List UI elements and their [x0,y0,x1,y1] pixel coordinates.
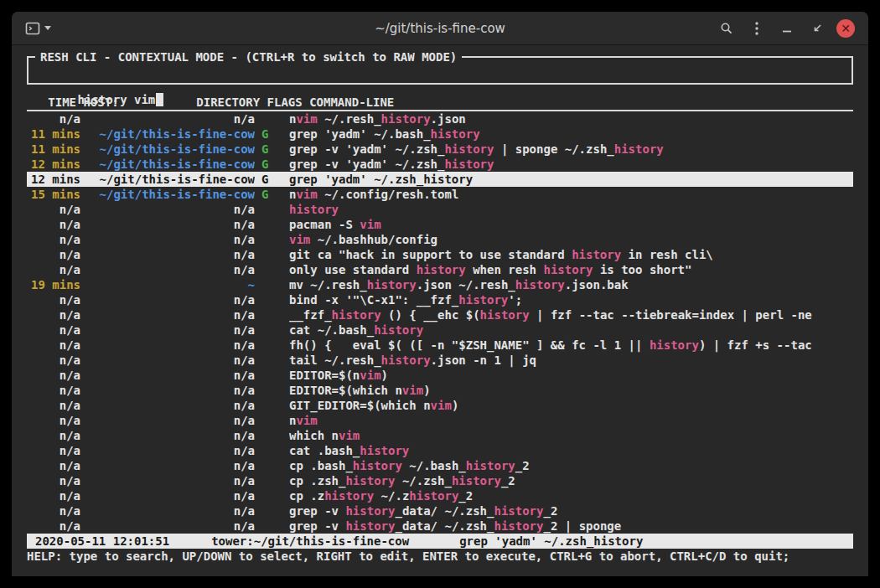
flags-cell [261,443,282,458]
history-row[interactable]: 12 mins~/git/this-is-fine-cowGgrep -v 'y… [27,157,853,172]
command-text: _2 [543,504,557,518]
history-row[interactable]: n/an/anvim [27,413,853,428]
flags-cell: G [261,142,282,157]
history-row[interactable]: 12 mins~/git/this-is-fine-cowGgrep 'yadm… [27,172,853,187]
history-row[interactable]: n/an/aEDITOR=$(nvim) [27,368,853,383]
history-row[interactable]: n/an/agrep -v history_data/ ~/.zsh_histo… [27,503,853,518]
directory-cell: n/a [87,383,255,398]
command-text: grep -v [289,519,345,533]
command-text: __fzf_ [289,308,332,322]
history-row[interactable]: n/an/awhich nvim [27,428,853,443]
command-text: cat ~/.bash_ [289,323,374,337]
directory-cell: n/a [87,247,255,262]
match-highlight: vim [431,399,452,412]
new-terminal-button[interactable] [25,17,51,40]
history-row[interactable]: n/an/ahistory [27,202,853,217]
command-text: bind -x '"\C-x1": __fzf_ [289,293,458,307]
history-row[interactable]: 11 mins~/git/this-is-fine-cowGgrep 'yadm… [27,126,853,142]
command-cell: grep -v 'yadm' ~/.zsh_history [289,157,853,172]
match-highlight: history [360,444,409,457]
match-highlight: history [345,519,395,533]
directory-cell: ~ [87,277,255,292]
directory-cell: ~/git/this-is-fine-cow [87,172,255,187]
flags-cell [261,458,282,473]
history-row[interactable]: 19 mins~mv ~/.resh_history.json ~/.resh_… [27,277,853,292]
time-cell: 19 mins [27,277,80,292]
command-cell: nvim ~/.resh_history.json [289,111,853,126]
command-text: ~/.bash_ [402,459,466,472]
history-row[interactable]: n/an/acp .zhistory ~/.zhistory_2 [27,488,853,503]
history-row[interactable]: n/an/abind -x '"\C-x1": __fzf_history'; [27,292,853,307]
time-cell: n/a [27,232,80,247]
command-text: .json.bak [565,278,629,291]
match-highlight: history [417,263,466,276]
time-cell: n/a [27,383,80,398]
history-row[interactable]: n/an/atail ~/.resh_history.json -n 1 | j… [27,353,853,368]
history-row[interactable]: n/an/agit ca "hack in support to use sta… [27,247,853,262]
history-row[interactable]: 15 mins~/git/this-is-fine-cowGnvim ~/.co… [27,187,853,202]
window-title: ~/git/this-is-fine-cow [375,21,505,36]
resh-search-box[interactable]: RESH CLI - CONTEXTUAL MODE - (CTRL+R to … [27,56,853,85]
match-highlight: vim [296,112,317,126]
status-command: grep 'yadm' ~/.zsh_history [459,534,643,549]
search-button[interactable] [716,17,738,40]
terminal-window: ~/git/this-is-fine-cow [12,12,868,576]
flags-cell [261,217,282,232]
match-highlight: history [345,504,395,518]
minimize-button[interactable] [776,17,798,40]
directory-cell: n/a [87,232,255,247]
history-row[interactable]: n/an/aGIT_EDITOR=$(which nvim) [27,398,853,413]
terminal-icon [25,22,40,35]
directory-cell: n/a [87,262,255,277]
command-text: _data/ ~/.zsh_ [395,504,494,518]
history-row[interactable]: n/an/anvim ~/.resh_history.json [27,111,853,126]
flags-cell [261,277,282,292]
command-cell: nvim ~/.config/resh.toml [289,187,853,202]
command-text: _data/ ~/.zsh_ [395,519,494,533]
history-row[interactable]: n/an/aEDITOR=$(which nvim) [27,383,853,398]
time-cell: n/a [27,353,80,368]
menu-button[interactable] [746,17,768,40]
time-cell: n/a [27,398,80,413]
history-row[interactable]: n/an/avim ~/.bashhub/config [27,232,853,247]
history-row[interactable]: n/an/afh() { eval $( ([ -n "$ZSH_NAME" ]… [27,338,853,353]
match-highlight: history [409,489,458,503]
time-cell: n/a [27,488,80,503]
command-text: grep -v [289,504,345,518]
history-row[interactable]: n/an/agrep -v history_data/ ~/.zsh_histo… [27,518,853,534]
command-cell: mv ~/.resh_history.json ~/.resh_history.… [289,277,853,292]
match-highlight: history [494,504,543,518]
time-cell: n/a [27,368,80,383]
command-text: ) | fzf +s --tac [699,338,812,352]
history-row[interactable]: n/an/aonly use standard history when res… [27,262,853,277]
time-cell: n/a [27,503,80,518]
flags-cell [261,473,282,488]
restore-button[interactable] [806,17,828,40]
command-text: ~/.zsh_ [395,474,451,487]
match-highlight: history [423,173,473,186]
history-row[interactable]: n/an/a__fzf_history () { __ehc $(history… [27,307,853,322]
history-row[interactable]: n/an/apacman -S vim [27,217,853,232]
directory-cell: n/a [87,217,255,232]
history-row[interactable]: n/an/acp .zsh_history ~/.zsh_history_2 [27,473,853,488]
directory-cell: n/a [87,413,255,428]
flags-cell: G [261,172,282,187]
kebab-menu-icon [754,21,759,36]
match-highlight: history [289,203,339,216]
history-row[interactable]: 11 mins~/git/this-is-fine-cowGgrep -v 'y… [27,142,853,157]
history-rows: n/an/anvim ~/.resh_history.json11 mins~/… [27,111,853,534]
history-row[interactable]: n/an/acat .bash_history [27,443,853,458]
command-cell: history [289,202,853,217]
match-highlight: history [353,459,402,472]
command-text: ~/.resh_ [318,112,381,126]
history-row[interactable]: n/an/acp .bash_history ~/.bash_history_2 [27,458,853,473]
match-highlight: history [444,157,494,171]
flags-cell [261,307,282,322]
minimize-icon [782,23,792,34]
command-text: () { __ehc $( [381,308,480,322]
command-text: _2 [501,474,515,487]
command-cell: cp .bash_history ~/.bash_history_2 [289,458,853,473]
time-cell: n/a [27,428,80,443]
close-button[interactable]: ✕ [836,19,855,38]
history-row[interactable]: n/an/acat ~/.bash_history [27,322,853,338]
